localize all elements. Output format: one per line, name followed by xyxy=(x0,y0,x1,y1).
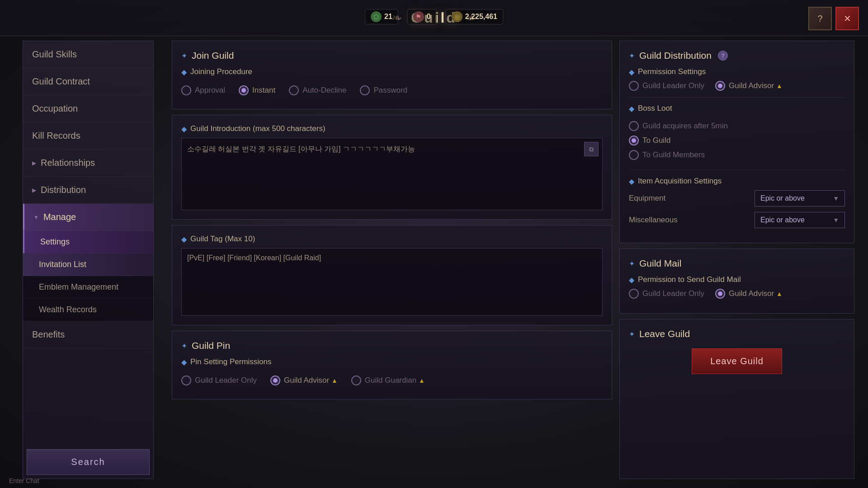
boss-loot-options: Guild acquires after 5min To Guild To Gu… xyxy=(629,117,845,164)
chat-label: Enter Chat xyxy=(9,477,39,484)
occupation-label: Occupation xyxy=(32,103,78,114)
emblem-management-label: Emblem Management xyxy=(39,282,118,291)
sidebar-sub-invitation-list[interactable]: Invitation List xyxy=(23,253,153,276)
sidebar-item-kill-records[interactable]: Kill Records xyxy=(23,122,153,150)
miscellaneous-dropdown[interactable]: Epic or above ▼ xyxy=(755,212,845,228)
radio-dist-advisor-label: Guild Advisor ▲ xyxy=(729,81,783,90)
sidebar-panel: Guild Skills Guild Contract Occupation K… xyxy=(23,41,154,479)
radio-boss-to-guild-circle xyxy=(629,136,639,145)
jp-label: Joining Procedure xyxy=(190,67,252,76)
radio-auto-decline[interactable]: Auto-Decline xyxy=(289,85,346,95)
help-button[interactable]: ? xyxy=(808,7,832,30)
item-acquisition-label: Item Acquisition Settings xyxy=(638,177,722,186)
leave-guild-header: ✦ Leave Guild xyxy=(629,328,845,339)
join-guild-title: Join Guild xyxy=(192,50,234,61)
guardian-warn-icon: ▲ xyxy=(419,377,425,384)
radio-pin-guardian[interactable]: Guild Guardian ▲ xyxy=(351,375,425,385)
guild-tag-box[interactable]: [PvE] [Free] [Friend] [Korean] [Guild Ra… xyxy=(181,248,603,316)
leave-guild-title: Leave Guild xyxy=(639,328,690,339)
miscellaneous-dropdown-text: Epic or above xyxy=(760,216,805,224)
radio-pin-advisor-circle xyxy=(270,375,280,385)
copy-icon[interactable]: ⧉ xyxy=(584,142,599,156)
benefits-label: Benefits xyxy=(32,329,65,340)
sidebar-item-distribution[interactable]: Distribution xyxy=(23,177,153,204)
sidebar-sub-manage: Settings Invitation List Emblem Manageme… xyxy=(23,231,153,321)
radio-password-circle xyxy=(360,85,370,95)
ap-value: 21 xyxy=(384,13,392,21)
dist-permission-options: Guild Leader Only Guild Advisor ▲ xyxy=(629,81,845,91)
radio-mail-leader[interactable]: Guild Leader Only xyxy=(629,289,704,299)
radio-approval[interactable]: Approval xyxy=(181,85,225,95)
radio-pin-leader[interactable]: Guild Leader Only xyxy=(181,375,257,385)
radio-approval-circle xyxy=(181,85,191,95)
main-content: ✦ Join Guild ◆ Joining Procedure Approva… xyxy=(172,41,854,479)
radio-boss-to-guild[interactable]: To Guild xyxy=(629,136,845,145)
distribution-help-icon[interactable]: ? xyxy=(718,51,728,61)
radio-instant-label: Instant xyxy=(252,86,275,95)
radio-mail-advisor[interactable]: Guild Advisor ▲ xyxy=(715,289,783,299)
mail-perm-diamond: ◆ xyxy=(629,276,634,284)
sidebar-item-guild-contract[interactable]: Guild Contract xyxy=(23,68,153,95)
guild-mail-section: ✦ Guild Mail ◆ Permission to Send Guild … xyxy=(619,249,854,314)
guild-pin-title: Guild Pin xyxy=(192,340,230,351)
radio-instant[interactable]: Instant xyxy=(239,85,275,95)
item-acquisition-title: ◆ Item Acquisition Settings xyxy=(629,177,845,186)
equipment-row: Equipment Epic or above ▼ xyxy=(629,190,845,206)
leave-guild-button[interactable]: Leave Guild xyxy=(692,348,782,374)
boss-loot-label: Boss Loot xyxy=(638,104,672,113)
guild-intro-box[interactable]: 소수길레 허실본 번각 겟 자유길드 [아무나 가임] ㄱㄱㄱㄱㄱㄱ부채가능 ⧉ xyxy=(181,138,603,210)
relationships-label: Relationships xyxy=(41,158,95,168)
radio-dist-advisor-circle xyxy=(715,81,725,91)
sidebar-sub-settings[interactable]: Settings xyxy=(23,231,153,253)
pin-permissions-label: Pin Setting Permissions xyxy=(190,357,272,366)
search-button[interactable]: Search xyxy=(27,449,150,475)
radio-boss-guild5min[interactable]: Guild acquires after 5min xyxy=(629,121,845,131)
guild-mail-header: ✦ Guild Mail xyxy=(629,258,845,269)
pin-diamond: ✦ xyxy=(181,342,187,350)
radio-boss-to-members[interactable]: To Guild Members xyxy=(629,150,845,160)
radio-instant-circle xyxy=(239,85,249,95)
flag-icon: ⚑ xyxy=(413,11,424,22)
guild-skills-label: Guild Skills xyxy=(32,49,77,60)
guild-mail-title: Guild Mail xyxy=(639,258,681,269)
radio-mail-advisor-label: Guild Advisor ▲ xyxy=(729,289,783,298)
radio-mail-leader-label: Guild Leader Only xyxy=(642,289,704,298)
sidebar-item-occupation[interactable]: Occupation xyxy=(23,95,153,122)
radio-password[interactable]: Password xyxy=(360,85,407,95)
leave-guild-section: ✦ Leave Guild Leave Guild xyxy=(619,319,854,479)
intro-diamond: ◆ xyxy=(181,125,187,133)
divider-2 xyxy=(629,170,845,170)
radio-dist-advisor[interactable]: Guild Advisor ▲ xyxy=(715,81,783,91)
guild-pin-header: ✦ Guild Pin xyxy=(181,340,603,351)
guild-tag-label: Guild Tag (Max 10) xyxy=(190,235,255,244)
sidebar-sub-emblem-management[interactable]: Emblem Management xyxy=(23,276,153,299)
radio-dist-leader[interactable]: Guild Leader Only xyxy=(629,81,704,91)
sidebar-item-benefits[interactable]: Benefits xyxy=(23,321,153,348)
radio-approval-label: Approval xyxy=(195,86,225,95)
guild-pin-section: ✦ Guild Pin ◆ Pin Setting Permissions Gu… xyxy=(172,331,612,399)
tag-diamond: ◆ xyxy=(181,235,187,244)
sidebar-item-manage[interactable]: Manage xyxy=(23,204,153,231)
close-button[interactable]: ✕ xyxy=(835,7,859,30)
radio-boss-to-guild-label: To Guild xyxy=(642,136,670,145)
sidebar-item-guild-skills[interactable]: Guild Skills xyxy=(23,41,153,68)
radio-pin-advisor[interactable]: Guild Advisor ▲ xyxy=(270,375,338,385)
sidebar-item-relationships[interactable]: Relationships xyxy=(23,150,153,177)
guild-distribution-header: ✦ Guild Distribution ? xyxy=(629,50,845,61)
boss-loot-title: ◆ Boss Loot xyxy=(629,104,845,113)
radio-pin-leader-label: Guild Leader Only xyxy=(195,376,257,385)
join-diamond-icon: ✦ xyxy=(181,52,187,60)
sidebar-sub-wealth-records[interactable]: Wealth Records xyxy=(23,299,153,321)
dist-advisor-warn-icon: ▲ xyxy=(776,82,783,89)
guild-distribution-title: Guild Distribution xyxy=(639,50,712,61)
guild-tag-text: [PvE] [Free] [Friend] [Korean] [Guild Ra… xyxy=(187,254,321,262)
gold-value: 2,225,461 xyxy=(465,13,497,21)
resource-gold: ◎ 2,225,461 xyxy=(446,9,503,24)
dist-diamond-icon: ✦ xyxy=(629,52,635,60)
equipment-dropdown[interactable]: Epic or above ▼ xyxy=(755,190,845,206)
advisor-warn-icon: ▲ xyxy=(331,377,338,384)
radio-dist-leader-label: Guild Leader Only xyxy=(642,81,704,90)
radio-pin-leader-circle xyxy=(181,375,191,385)
radio-password-label: Password xyxy=(373,86,407,95)
settings-label: Settings xyxy=(40,237,70,246)
